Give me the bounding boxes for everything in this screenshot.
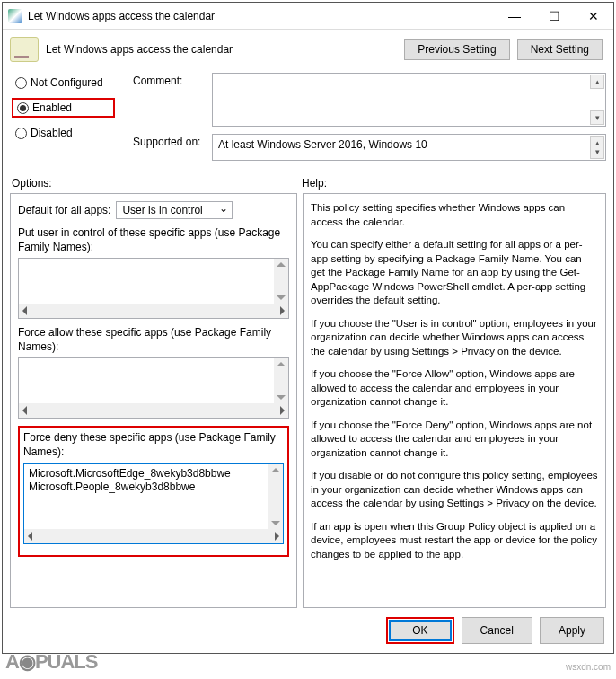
scrollbar-horizontal[interactable] [19,403,288,418]
comment-label: Comment: [133,73,205,87]
previous-setting-button[interactable]: Previous Setting [404,39,509,60]
scrollbar-horizontal[interactable] [19,304,288,318]
user-control-listbox[interactable] [18,258,289,319]
force-deny-listbox[interactable]: Microsoft.MicrosoftEdge_8wekyb3d8bbwe Mi… [23,463,284,544]
help-paragraph: You can specify either a default setting… [311,238,598,308]
radio-enabled[interactable]: Enabled [12,98,115,118]
force-deny-label: Force deny these specific apps (use Pack… [23,431,284,459]
maximize-button[interactable]: ☐ [534,3,574,29]
window-title: Let Windows apps access the calendar [28,10,495,22]
next-setting-button[interactable]: Next Setting [517,39,603,60]
radio-icon [17,102,29,114]
help-paragraph: If you choose the "Force Deny" option, W… [311,419,598,461]
ok-highlight: OK [386,617,453,644]
help-panel: This policy setting specifies whether Wi… [303,193,606,608]
force-allow-listbox[interactable] [18,357,289,419]
apply-button[interactable]: Apply [540,617,604,644]
cancel-button[interactable]: Cancel [462,617,532,644]
radio-label: Disabled [31,127,73,139]
help-paragraph: If an app is open when this Group Policy… [311,520,598,562]
policy-title: Let Windows apps access the calendar [46,43,404,56]
watermark-logo: A◉PUALS [5,650,97,674]
radio-icon [15,128,27,139]
header-row: Let Windows apps access the calendar Pre… [3,30,613,66]
policy-icon [10,37,39,62]
help-paragraph: If you disable or do not configure this … [311,469,598,511]
user-control-label: Put user in control of these specific ap… [18,226,289,254]
force-deny-entry: Microsoft.MicrosoftEdge_8wekyb3d8bbwe [29,467,278,481]
scroll-down-icon[interactable]: ▾ [590,145,604,159]
titlebar: Let Windows apps access the calendar — ☐… [3,3,613,30]
scroll-down-icon[interactable]: ▾ [590,110,604,125]
options-label: Options: [12,177,302,190]
supported-on-label: Supported on: [133,134,205,148]
footer: OK Cancel Apply [3,608,613,653]
force-deny-highlight: Force deny these specific apps (use Pack… [18,426,289,556]
comment-textarea[interactable]: ▴ ▾ [212,73,606,127]
force-deny-entry: Microsoft.People_8wekyb3d8bbwe [29,481,278,495]
radio-label: Not Configured [31,76,103,89]
help-paragraph: If you choose the "Force Allow" option, … [311,367,598,410]
state-radio-group: Not Configured Enabled Disabled [12,73,115,148]
source-watermark: wsxdn.com [566,662,611,672]
default-for-all-label: Default for all apps: [18,204,110,216]
ok-button[interactable]: OK [389,620,451,641]
supported-on-value: At least Windows Server 2016, Windows 10 [218,138,427,151]
window-icon [8,9,22,23]
radio-not-configured[interactable]: Not Configured [12,73,115,93]
minimize-button[interactable]: — [495,3,534,29]
help-paragraph: If you choose the "User is in control" o… [311,317,598,359]
radio-icon [15,77,27,89]
supported-on-textbox: At least Windows Server 2016, Windows 10… [212,134,606,161]
radio-disabled[interactable]: Disabled [12,123,115,143]
options-panel: Default for all apps: User is in control… [10,193,297,608]
scroll-up-icon[interactable]: ▴ [590,75,604,89]
default-for-all-dropdown[interactable]: User is in control [116,201,233,219]
scrollbar-vertical[interactable] [274,259,288,304]
close-button[interactable]: ✕ [574,3,613,29]
help-paragraph: This policy setting specifies whether Wi… [311,201,598,229]
policy-dialog-window: Let Windows apps access the calendar — ☐… [2,2,614,654]
scrollbar-horizontal[interactable] [24,529,283,543]
force-allow-label: Force allow these specific apps (use Pac… [18,326,289,354]
dropdown-value: User is in control [122,204,202,216]
scrollbar-vertical[interactable] [274,358,288,403]
help-label: Help: [302,177,327,190]
scrollbar-vertical[interactable] [268,464,283,529]
radio-label: Enabled [32,101,72,114]
